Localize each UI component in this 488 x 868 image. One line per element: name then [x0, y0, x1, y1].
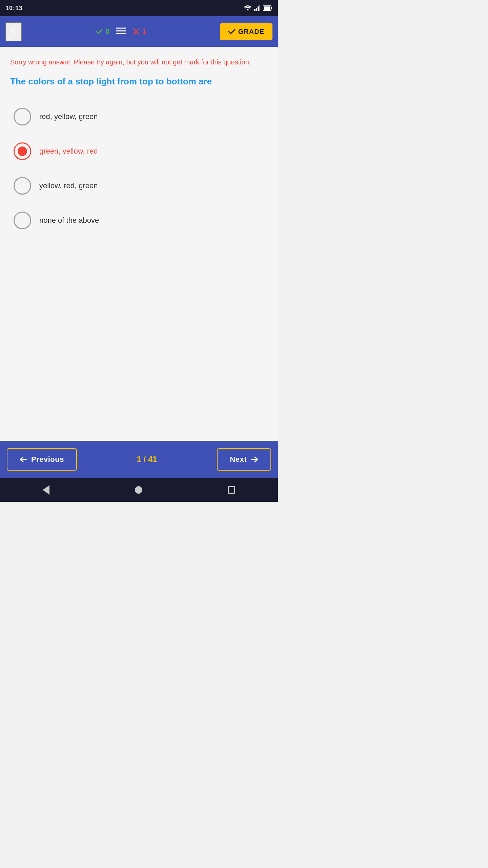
option-d-text: none of the above [39, 216, 99, 225]
option-a[interactable]: red, yellow, green [10, 101, 268, 132]
status-bar: 10:13 [0, 0, 278, 16]
grade-checkmark-icon [228, 28, 236, 35]
x-icon [133, 28, 140, 35]
next-label: Next [230, 455, 247, 464]
svg-rect-6 [264, 6, 270, 10]
recents-system-icon[interactable] [228, 486, 235, 494]
radio-b-fill [18, 146, 27, 156]
score-section: 0 1 [28, 26, 213, 37]
time-display: 10:13 [5, 5, 23, 12]
svg-rect-3 [259, 5, 260, 11]
grade-label: GRADE [238, 28, 264, 36]
back-system-icon[interactable] [43, 485, 49, 495]
options-list: red, yellow, green green, yellow, red ye… [10, 101, 268, 236]
menu-icon-wrapper[interactable] [116, 26, 126, 37]
svg-rect-5 [271, 7, 272, 9]
radio-d [14, 212, 31, 229]
home-system-icon[interactable] [135, 486, 142, 494]
previous-arrow-icon [20, 456, 27, 462]
option-b[interactable]: green, yellow, red [10, 136, 268, 167]
svg-rect-0 [254, 9, 256, 11]
svg-rect-2 [258, 6, 259, 11]
grade-button[interactable]: GRADE [220, 23, 272, 40]
main-content: Sorry wrong answer. Please try again, bu… [0, 47, 278, 441]
menu-icon [116, 27, 126, 35]
radio-a [14, 108, 31, 125]
checkmark-icon [95, 27, 103, 36]
option-c-text: yellow, red, green [39, 181, 98, 190]
top-nav: 0 1 GRADE [0, 16, 278, 47]
option-b-text: green, yellow, red [39, 147, 98, 156]
status-icons [244, 5, 272, 11]
previous-button[interactable]: Previous [7, 448, 77, 471]
page-indicator: 1 / 41 [137, 455, 157, 464]
signal-icon [254, 5, 260, 11]
previous-label: Previous [31, 455, 64, 464]
correct-count: 0 [105, 27, 109, 36]
battery-icon [263, 5, 272, 11]
error-message: Sorry wrong answer. Please try again, bu… [10, 57, 268, 67]
wrong-score: 1 [133, 27, 146, 36]
radio-b [14, 142, 31, 160]
next-button[interactable]: Next [217, 448, 271, 471]
option-d[interactable]: none of the above [10, 205, 268, 236]
correct-score: 0 [95, 27, 109, 36]
svg-rect-1 [256, 8, 257, 11]
back-button[interactable] [5, 22, 22, 41]
wrong-count: 1 [142, 27, 146, 36]
option-c[interactable]: yellow, red, green [10, 170, 268, 201]
system-nav [0, 478, 278, 502]
bottom-nav: Previous 1 / 41 Next [0, 441, 278, 478]
wifi-icon [244, 5, 251, 11]
question-text: The colors of a stop light from top to b… [10, 75, 268, 87]
option-a-text: red, yellow, green [39, 112, 98, 121]
radio-c [14, 177, 31, 195]
next-arrow-icon [251, 456, 258, 462]
